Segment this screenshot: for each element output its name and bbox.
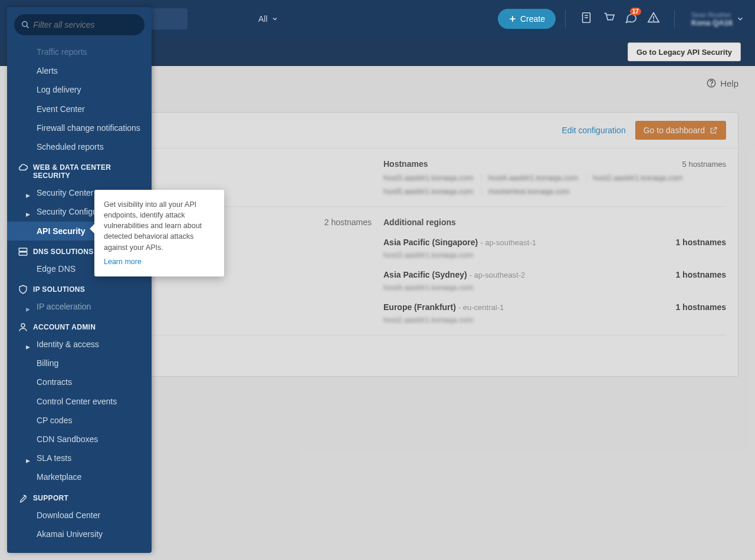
sidebar-item-log-delivery[interactable]: Log delivery — [7, 80, 152, 99]
filter-services[interactable] — [14, 14, 145, 35]
account-name: Sean Routher — [691, 11, 733, 18]
clipboard-icon[interactable] — [580, 11, 593, 27]
sidebar-item-event-center[interactable]: Event Center — [7, 100, 152, 118]
caret-right-icon: ▸ — [26, 304, 30, 314]
sidebar-item-identity-access[interactable]: ▸Identity & access — [7, 335, 152, 354]
tooltip-body: Get visibility into all your API endpoin… — [104, 200, 202, 252]
sidebar-item[interactable]: Traffic reports — [7, 42, 152, 61]
account-menu[interactable]: Sean Routher Kona QA16 — [691, 11, 744, 27]
sidebar-item-billing[interactable]: Billing — [7, 354, 152, 373]
caret-right-icon: ▸ — [26, 190, 30, 200]
sidebar-item-sla-tests[interactable]: ▸SLA tests — [7, 449, 152, 467]
svg-point-11 — [22, 22, 27, 27]
svg-rect-13 — [19, 248, 27, 251]
legacy-api-security-button[interactable]: Go to Legacy API Security — [628, 42, 741, 61]
section-support: SUPPORT — [7, 487, 152, 506]
sidebar-item-alerts[interactable]: Alerts — [7, 61, 152, 80]
chevron-down-icon — [736, 15, 744, 23]
sidebar-item-firewall-change[interactable]: Firewall change notifications — [7, 118, 152, 137]
cloud-icon — [18, 162, 28, 174]
create-label: Create — [520, 14, 545, 24]
api-security-tooltip: Get visibility into all your API endpoin… — [94, 190, 224, 276]
search-icon — [21, 20, 29, 29]
caret-right-icon: ▸ — [26, 209, 30, 219]
notification-badge: 17 — [630, 8, 641, 15]
section-ip: IP SOLUTIONS — [7, 278, 152, 297]
shield-icon — [18, 284, 28, 297]
sidebar-item-contracts[interactable]: Contracts — [7, 373, 152, 391]
sidebar: Traffic reports Alerts Log delivery Even… — [7, 7, 152, 553]
svg-line-12 — [27, 26, 29, 28]
chevron-down-icon — [271, 15, 278, 22]
create-button[interactable]: Create — [498, 9, 556, 29]
server-icon — [18, 246, 28, 259]
cart-icon[interactable] — [602, 11, 615, 27]
sidebar-item-akamai-university[interactable]: Akamai University — [7, 525, 152, 543]
sidebar-item-ip-acceleration[interactable]: ▸IP acceleration — [7, 297, 152, 316]
svg-point-15 — [21, 324, 25, 327]
svg-rect-14 — [19, 252, 27, 255]
divider — [565, 10, 566, 28]
caret-right-icon: ▸ — [26, 455, 30, 466]
wrench-icon — [18, 493, 28, 505]
caret-right-icon: ▸ — [26, 341, 30, 352]
sidebar-item-control-center-events[interactable]: Control Center events — [7, 392, 152, 411]
scope-label: All — [258, 14, 268, 24]
section-account: ACCOUNT ADMIN — [7, 316, 152, 335]
sidebar-item-cdn-sandboxes[interactable]: CDN Sandboxes — [7, 430, 152, 449]
divider — [674, 10, 675, 28]
plus-icon — [508, 15, 517, 23]
account-org: Kona QA16 — [691, 18, 733, 27]
section-web-security: WEB & DATA CENTER SECURITY — [7, 156, 152, 183]
user-icon — [18, 322, 28, 334]
sidebar-item-scheduled-reports[interactable]: Scheduled reports — [7, 137, 152, 156]
tooltip-learn-more-link[interactable]: Learn more — [104, 256, 215, 267]
sidebar-item-cp-codes[interactable]: CP codes — [7, 411, 152, 430]
scope-selector[interactable]: All — [258, 14, 278, 24]
alert-icon[interactable] — [647, 11, 660, 27]
filter-services-input[interactable] — [33, 20, 137, 29]
svg-point-8 — [653, 20, 654, 21]
sidebar-item-marketplace[interactable]: Marketplace — [7, 467, 152, 486]
sidebar-item-download-center[interactable]: Download Center — [7, 506, 152, 525]
chat-icon[interactable]: 17 — [625, 11, 638, 27]
